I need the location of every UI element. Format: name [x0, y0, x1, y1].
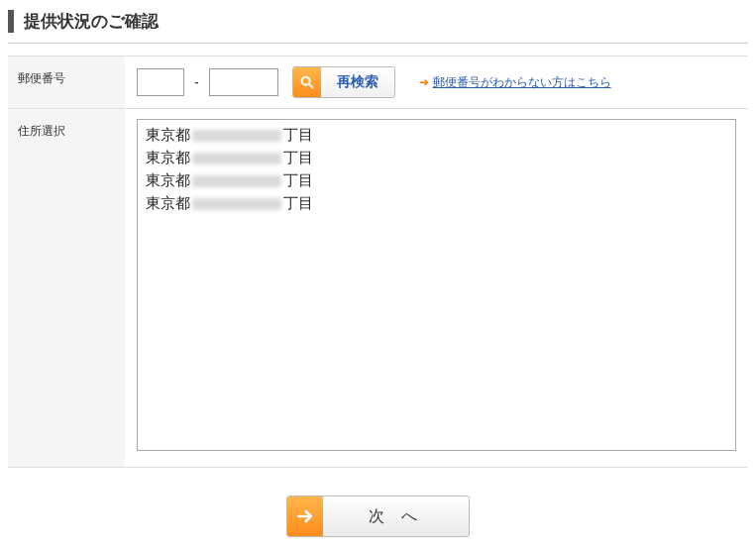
- address-item-suffix: 丁目: [283, 126, 313, 143]
- redacted-text: [192, 198, 281, 210]
- help-link-wrap: ➔ 郵便番号がわからない方はこちら: [419, 74, 611, 91]
- page-title: 提供状況のご確認: [24, 10, 748, 33]
- address-item-prefix: 東京都: [146, 171, 190, 188]
- address-content: 東京都丁目東京都丁目東京都丁目東京都丁目: [125, 109, 748, 467]
- address-listbox[interactable]: 東京都丁目東京都丁目東京都丁目東京都丁目: [137, 119, 736, 451]
- postal-label: 郵便番号: [8, 56, 125, 108]
- postal-dash: -: [194, 74, 199, 90]
- research-button-label: 再検索: [321, 73, 394, 91]
- svg-line-1: [309, 84, 313, 88]
- address-item[interactable]: 東京都丁目: [146, 169, 727, 192]
- address-item-suffix: 丁目: [283, 149, 313, 165]
- redacted-text: [192, 130, 281, 142]
- address-row: 住所選択 東京都丁目東京都丁目東京都丁目東京都丁目: [8, 109, 748, 467]
- address-item[interactable]: 東京都丁目: [146, 192, 727, 215]
- redacted-text: [192, 175, 281, 187]
- form-table: 郵便番号 - 再検索 ➔ 郵便番号がわからない方はこちら 住所選択: [8, 55, 748, 468]
- postal-help-link[interactable]: 郵便番号がわからない方はこちら: [433, 74, 611, 91]
- arrow-right-icon: ➔: [419, 75, 429, 89]
- next-button[interactable]: 次 へ: [286, 496, 469, 537]
- address-item-suffix: 丁目: [283, 194, 313, 211]
- arrow-right-icon: [287, 496, 323, 536]
- address-item-prefix: 東京都: [146, 126, 190, 143]
- postal-input-1[interactable]: [137, 68, 184, 96]
- postal-content: - 再検索 ➔ 郵便番号がわからない方はこちら: [125, 56, 748, 108]
- search-icon: [293, 67, 321, 97]
- address-item-prefix: 東京都: [146, 149, 190, 165]
- address-item[interactable]: 東京都丁目: [146, 147, 727, 169]
- postal-row: 郵便番号 - 再検索 ➔ 郵便番号がわからない方はこちら: [8, 56, 748, 109]
- next-button-wrap: 次 へ: [8, 496, 748, 537]
- title-divider: [8, 43, 748, 44]
- address-item[interactable]: 東京都丁目: [146, 124, 727, 147]
- address-label: 住所選択: [8, 109, 125, 467]
- svg-point-0: [301, 77, 309, 85]
- postal-input-2[interactable]: [209, 68, 278, 96]
- address-item-prefix: 東京都: [146, 194, 190, 211]
- address-item-suffix: 丁目: [283, 171, 313, 188]
- page-header: 提供状況のご確認: [8, 10, 748, 33]
- next-button-label: 次 へ: [323, 506, 468, 527]
- research-button[interactable]: 再検索: [292, 66, 395, 98]
- redacted-text: [192, 153, 281, 165]
